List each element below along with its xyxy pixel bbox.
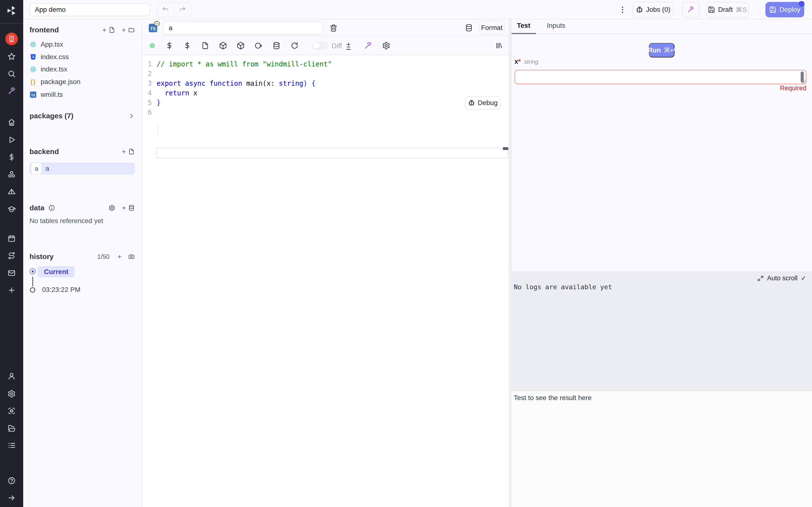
format-button[interactable]: Format bbox=[479, 21, 504, 35]
run-button[interactable]: Run ⌘↵ bbox=[649, 43, 674, 57]
redo-button[interactable] bbox=[174, 3, 191, 17]
building-icon bbox=[7, 35, 16, 43]
routes-nav-item[interactable] bbox=[6, 250, 17, 262]
deploy-button[interactable]: Deploy bbox=[765, 2, 804, 17]
add-file-button[interactable] bbox=[101, 26, 115, 33]
file-item-app-tsx[interactable]: App.tsx bbox=[30, 38, 135, 51]
active-tab-indicator bbox=[512, 33, 536, 34]
schedules-nav-item[interactable] bbox=[6, 233, 17, 244]
data-settings-gear-icon[interactable] bbox=[108, 205, 115, 211]
add-folder-button[interactable] bbox=[121, 26, 135, 33]
code-line[interactable]: 3export async function main(x: string) { bbox=[143, 79, 509, 89]
code-line[interactable]: 1// import * as wmill from "windmill-cli… bbox=[143, 59, 509, 69]
code-editor[interactable]: 1// import * as wmill from "windmill-cli… bbox=[143, 55, 509, 507]
code-line[interactable]: 2 bbox=[143, 69, 509, 79]
add-backend-script-button[interactable] bbox=[121, 148, 135, 155]
resources-dollar-icon[interactable] bbox=[183, 42, 191, 50]
mail-icon bbox=[7, 269, 16, 277]
camera-icon[interactable] bbox=[128, 253, 135, 260]
expand-icon[interactable] bbox=[757, 275, 764, 282]
panel-resize-handle[interactable] bbox=[509, 19, 512, 507]
plus-icon bbox=[121, 149, 126, 155]
file-item-index-css[interactable]: 3 index.css bbox=[30, 51, 135, 63]
jobs-button[interactable]: Jobs (0) bbox=[632, 2, 674, 17]
help-nav-item[interactable] bbox=[6, 475, 17, 487]
save-draft-button[interactable]: Draft ⌘S bbox=[706, 2, 749, 17]
debug-label: Debug bbox=[478, 99, 498, 107]
history-snapshot-marker[interactable] bbox=[30, 287, 35, 293]
file-item-index-tsx[interactable]: index.tsx bbox=[30, 63, 135, 75]
file-icon bbox=[108, 26, 115, 33]
code-line[interactable]: 4 return x bbox=[143, 89, 509, 98]
current-app-button[interactable] bbox=[5, 33, 18, 45]
list-nav-item[interactable] bbox=[6, 440, 17, 451]
favorites-nav-item[interactable] bbox=[6, 51, 17, 62]
auto-scroll-control[interactable]: Auto scroll ✓ bbox=[757, 275, 806, 282]
delete-script-button[interactable] bbox=[329, 24, 338, 32]
mail-nav-item[interactable] bbox=[6, 267, 17, 279]
undo-button[interactable] bbox=[157, 3, 174, 17]
argument-type: string bbox=[524, 58, 539, 65]
database-icon[interactable] bbox=[465, 24, 473, 32]
add-nav-item[interactable] bbox=[6, 284, 17, 296]
script-file-icon[interactable] bbox=[201, 42, 209, 50]
history-current-badge[interactable]: Current bbox=[38, 266, 75, 277]
home-nav-item[interactable] bbox=[6, 116, 17, 128]
variables-nav-item[interactable] bbox=[6, 151, 17, 163]
tab-test[interactable]: Test bbox=[517, 22, 530, 30]
debug-button[interactable]: Debug bbox=[465, 96, 501, 109]
reload-icon[interactable] bbox=[291, 42, 299, 50]
learn-nav-item[interactable] bbox=[6, 203, 17, 215]
editor-settings-gear-icon[interactable] bbox=[382, 42, 390, 50]
instance-settings-nav-item[interactable] bbox=[6, 405, 17, 417]
expand-sidebar-button[interactable] bbox=[6, 492, 17, 504]
ai-wand-icon[interactable] bbox=[364, 42, 372, 50]
file-item-package-json[interactable]: {} package.json bbox=[30, 75, 135, 88]
lasso-icon[interactable] bbox=[254, 42, 262, 50]
file-label: App.tsx bbox=[41, 41, 63, 48]
diff-toggle[interactable] bbox=[312, 42, 328, 50]
bun-runtime-icon bbox=[154, 20, 160, 26]
resources-nav-item[interactable] bbox=[6, 169, 17, 181]
database-icon[interactable] bbox=[272, 42, 281, 50]
history-timestamp[interactable]: 03:23:22 PM bbox=[42, 286, 81, 294]
script-name-input[interactable] bbox=[163, 21, 323, 35]
frontend-section-header: frontend bbox=[30, 25, 135, 34]
tab-inputs[interactable]: Inputs bbox=[547, 22, 565, 30]
user-nav-item[interactable] bbox=[6, 370, 17, 382]
plus-icon[interactable] bbox=[117, 254, 122, 260]
library-icon[interactable] bbox=[495, 42, 502, 49]
arrow-right-icon bbox=[7, 494, 16, 502]
variables-dollar-icon[interactable] bbox=[165, 42, 173, 50]
file-label: wmill.ts bbox=[41, 91, 63, 99]
package-icon[interactable] bbox=[219, 42, 227, 50]
folders-nav-item[interactable] bbox=[6, 423, 17, 434]
file-item-wmill-ts[interactable]: TS wmill.ts bbox=[30, 89, 135, 101]
backend-section-header: backend bbox=[30, 147, 135, 156]
code-line[interactable]: 5} bbox=[143, 98, 509, 108]
code-line[interactable]: 6 bbox=[143, 108, 509, 117]
runs-nav-item[interactable] bbox=[6, 134, 17, 146]
search-nav-item[interactable] bbox=[6, 68, 17, 80]
test-runner-panel: Test Inputs Run ⌘↵ x* string Required Au… bbox=[512, 19, 812, 507]
windmill-logo-icon[interactable] bbox=[6, 5, 17, 16]
pyramid-icon bbox=[7, 188, 16, 196]
more-menu-button[interactable] bbox=[618, 4, 627, 15]
ai-assistant-button[interactable] bbox=[682, 2, 699, 17]
workspace-settings-nav-item[interactable] bbox=[6, 388, 17, 400]
backend-script-item-selected[interactable]: a a bbox=[30, 163, 135, 175]
plus-icon bbox=[101, 27, 107, 33]
code-lines: 1// import * as wmill from "windmill-cli… bbox=[143, 59, 509, 117]
info-icon[interactable] bbox=[48, 205, 55, 211]
plus-minus-icon[interactable]: ± bbox=[346, 41, 351, 50]
textarea-resize-handle[interactable] bbox=[802, 80, 806, 83]
search-icon bbox=[7, 70, 16, 78]
deploy-notification-dot bbox=[799, 1, 805, 7]
ai-nav-item[interactable] bbox=[6, 85, 17, 97]
app-name-input[interactable] bbox=[30, 3, 150, 16]
argument-x-input[interactable] bbox=[514, 70, 806, 84]
packages-section-toggle[interactable]: packages (7) bbox=[30, 112, 135, 120]
triggers-nav-item[interactable] bbox=[6, 186, 17, 198]
add-table-button[interactable] bbox=[121, 205, 135, 211]
package-icon[interactable] bbox=[237, 42, 245, 50]
